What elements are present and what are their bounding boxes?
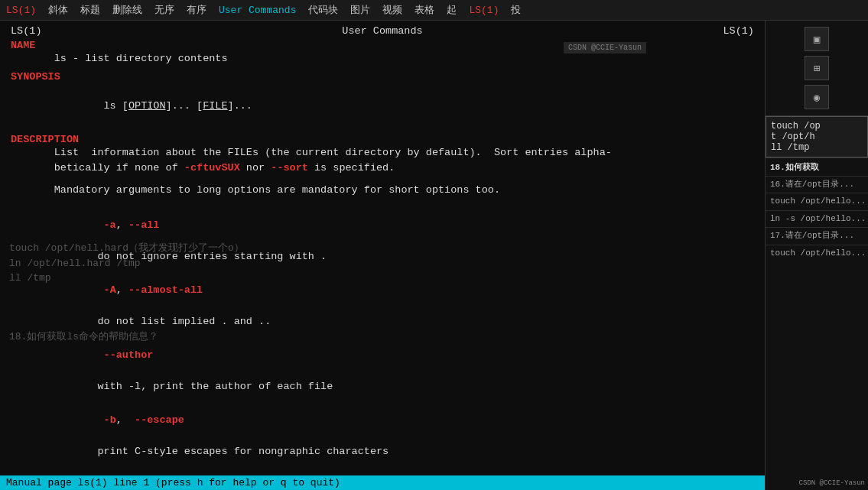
sidebar-eye-icon[interactable]: ◉	[805, 85, 829, 109]
sidebar-icon-2[interactable]: ⊞	[805, 56, 829, 80]
opt-almost-all: --almost-all	[128, 284, 203, 296]
and-word: and	[234, 316, 252, 327]
nav-item-image[interactable]: 图片	[350, 3, 370, 17]
desc-line2: betically if none of -cftuvSUX nor --sor…	[11, 161, 754, 176]
sidebar-section-18: 18.如何获取	[766, 157, 868, 176]
opt2-name: -A, --almost-all	[11, 268, 754, 314]
synopsis-line: ls [OPTION]... [FILE]...	[11, 83, 754, 129]
section-description-label: DESCRIPTION	[11, 134, 754, 145]
man-page-overlay: LS(1) User Commands LS(1) CSDN @CCIE-Yas…	[0, 21, 765, 475]
opt-A: -A	[104, 284, 116, 296]
section-name-desc: ls - list directory contents	[11, 51, 754, 67]
nav-item-user-commands[interactable]: User Commands	[219, 5, 296, 16]
opt-sort: --sort	[271, 162, 308, 174]
nav-item-italic[interactable]: 斜体	[48, 3, 68, 17]
nav-item-qi[interactable]: 起	[447, 3, 457, 17]
man-title-bar: LS(1) User Commands LS(1)	[11, 25, 754, 37]
opt2-desc: do not list implied . and ..	[11, 314, 754, 329]
sidebar-icon-group: ▣ ⊞ ◉	[766, 21, 868, 116]
nav-item-unordered[interactable]: 无序	[154, 3, 174, 17]
nav-item-strikethrough[interactable]: 删除线	[112, 3, 142, 17]
man-title-center: User Commands	[342, 25, 422, 37]
touch-cmd-line1: touch /op	[771, 121, 863, 131]
touch-command-block: touch /op t /opt/h ll /tmp	[766, 116, 868, 157]
nav-item-ordered[interactable]: 有序	[187, 3, 206, 17]
synopsis-file: FILE	[203, 100, 227, 112]
opt-a: -a	[60, 219, 116, 231]
nav-item-table[interactable]: 表格	[414, 3, 434, 17]
top-nav: LS(1) 斜体 标题 删除线 无序 有序 User Commands 代码块 …	[0, 0, 868, 21]
touch-cmd-line2: t /opt/h	[771, 131, 863, 142]
man-title-right: LS(1)	[723, 25, 754, 37]
nav-item-tou[interactable]: 投	[511, 3, 521, 17]
csdn-watermark: CSDN @CCIE-Yasun	[564, 42, 646, 54]
sidebar-link-17-touch[interactable]: touch /opt/hello...	[766, 245, 868, 261]
opt4-name: -b, --escape	[11, 398, 754, 444]
sidebar-link-17-title[interactable]: 17.请在/opt目录...	[766, 227, 868, 244]
opt-b: -b	[104, 414, 116, 426]
nav-item-heading[interactable]: 标题	[80, 3, 100, 17]
terminal: touch /opt/hell.hard（我才发现打少了一个o） ln /opt…	[0, 21, 765, 490]
spacer1	[11, 177, 754, 183]
main-area: touch /opt/hell.hard（我才发现打少了一个o） ln /opt…	[0, 21, 868, 490]
right-sidebar: ▣ ⊞ ◉ touch /op t /opt/h ll /tmp 18.如何获取…	[765, 21, 868, 490]
nav-item-ls1-left[interactable]: LS(1)	[6, 5, 36, 16]
man-title-left: LS(1)	[11, 25, 42, 37]
opt1-name: -a, --all	[11, 203, 754, 249]
opt-escape: --escape	[135, 414, 184, 426]
csdn-watermark-bottom: CSDN @CCIE-Yasun	[799, 479, 865, 487]
nav-item-ls1-right[interactable]: LS(1)	[469, 5, 499, 16]
mandatory-line: Mandatory arguments to long options are …	[11, 183, 754, 198]
desc-line1: List information about the FILEs (the cu…	[11, 145, 754, 161]
opt3-name: --author	[11, 333, 754, 379]
opt3-desc: with -l, print the author of each file	[11, 379, 754, 394]
synopsis-option: OPTION	[128, 100, 166, 112]
sidebar-link-16-title[interactable]: 16.请在/opt目录...	[766, 176, 868, 193]
opt4-desc: print C-style escapes for nongraphic cha…	[11, 444, 754, 459]
opt-author: --author	[104, 349, 154, 361]
sidebar-icon-1[interactable]: ▣	[805, 27, 829, 51]
nav-item-code-block[interactable]: 代码块	[308, 3, 338, 17]
sidebar-link-16-touch[interactable]: touch /opt/hello...	[766, 193, 868, 209]
opt-cftuvSUX: -cftuvSUX	[184, 162, 240, 174]
section-synopsis-label: SYNOPSIS	[11, 71, 754, 83]
sidebar-link-16-ln[interactable]: ln -s /opt/hello...	[766, 210, 868, 227]
opt1-desc: do not ignore entries starting with .	[11, 249, 754, 264]
opt-all: --all	[128, 219, 160, 231]
touch-cmd-line3: ll /tmp	[771, 142, 863, 153]
nav-item-video[interactable]: 视频	[382, 3, 402, 17]
